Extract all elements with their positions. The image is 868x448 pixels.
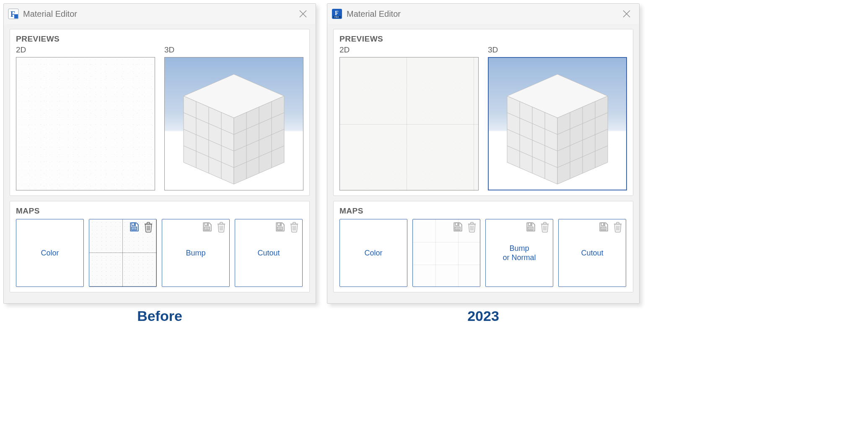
window-title: Material Editor: [347, 9, 618, 19]
previews-heading: PREVIEWS: [16, 34, 303, 44]
trash-icon: [289, 221, 300, 234]
map-slot-label: Color: [361, 248, 386, 258]
close-icon[interactable]: [295, 5, 311, 22]
preview-2d-label: 2D: [16, 45, 155, 55]
trash-icon: [216, 221, 227, 234]
svg-rect-83: [601, 227, 606, 230]
save-icon: [202, 221, 212, 234]
trash-icon: [612, 221, 623, 234]
preview-3d-label: 3D: [488, 45, 627, 55]
preview-3d-viewport: [489, 58, 626, 190]
preview-2d[interactable]: [339, 57, 479, 190]
maps-heading: MAPS: [339, 206, 627, 216]
svg-rect-2: [14, 14, 18, 18]
close-icon[interactable]: [618, 5, 635, 22]
svg-line-41: [293, 226, 293, 231]
comparison-caption: 2023: [327, 308, 640, 324]
map-slot-label: Color: [37, 248, 62, 258]
previews-panel: PREVIEWS 2D 3D: [10, 29, 310, 196]
svg-line-43: [295, 226, 296, 231]
preview-3d[interactable]: [488, 57, 627, 190]
maps-heading: MAPS: [16, 206, 303, 216]
svg-rect-74: [530, 223, 531, 225]
svg-rect-38: [277, 227, 282, 230]
save-icon: [598, 221, 609, 234]
svg-line-80: [546, 226, 547, 231]
svg-rect-81: [601, 223, 605, 226]
trash-icon: [539, 221, 550, 234]
svg-rect-22: [132, 227, 137, 230]
texture-2d-preview: [16, 57, 155, 190]
svg-line-27: [150, 226, 150, 231]
svg-line-72: [473, 226, 474, 231]
texture-2d-preview: [340, 57, 478, 190]
map-slot-2[interactable]: Bumpor Normal: [485, 219, 553, 287]
save-icon: [275, 221, 285, 234]
svg-rect-21: [134, 223, 135, 225]
svg-rect-65: [456, 223, 459, 226]
map-slot-2[interactable]: Bump: [162, 219, 230, 287]
map-slot-1[interactable]: [89, 219, 157, 287]
save-icon: [525, 221, 536, 234]
map-slot-label: Bumpor Normal: [499, 244, 539, 263]
map-slot-0[interactable]: Color: [339, 219, 407, 287]
previews-heading: PREVIEWS: [339, 34, 627, 44]
map-slot-1[interactable]: [412, 219, 480, 287]
svg-line-78: [544, 226, 544, 231]
svg-rect-73: [529, 223, 532, 226]
app-icon: F: [8, 8, 19, 19]
map-slot-label: Cutout: [578, 248, 606, 258]
svg-line-35: [223, 226, 223, 231]
svg-rect-67: [455, 227, 460, 230]
svg-line-70: [471, 226, 471, 231]
preview-2d[interactable]: [16, 57, 155, 190]
map-slot-3[interactable]: Cutout: [558, 219, 626, 287]
preview-3d[interactable]: [164, 57, 303, 190]
comparison-caption: Before: [3, 308, 316, 324]
map-slot-3[interactable]: Cutout: [235, 219, 303, 287]
preview-3d-label: 3D: [164, 45, 303, 55]
svg-rect-37: [280, 223, 280, 225]
window-title: Material Editor: [23, 9, 295, 19]
svg-text:PRO: PRO: [334, 16, 339, 18]
preview-3d-viewport: [165, 57, 303, 190]
svg-text:F: F: [335, 10, 339, 16]
app-icon: F PRO: [332, 8, 342, 19]
svg-rect-28: [205, 223, 209, 226]
svg-rect-29: [207, 223, 207, 225]
trash-icon: [466, 221, 477, 234]
svg-line-88: [619, 226, 619, 231]
titlebar: F Material Editor: [4, 4, 316, 24]
maps-panel: MAPS Color Bumpor Normal: [333, 201, 633, 292]
svg-rect-75: [528, 227, 533, 230]
svg-rect-36: [278, 223, 282, 226]
save-icon[interactable]: [129, 221, 140, 234]
svg-rect-20: [132, 223, 136, 226]
svg-rect-82: [603, 223, 604, 225]
save-icon: [452, 221, 463, 234]
material-editor-dialog-after: F PRO Material Editor PREVIEWS 2D: [327, 3, 640, 304]
map-slot-0[interactable]: Color: [16, 219, 84, 287]
map-slot-label: Bump: [182, 248, 209, 258]
svg-line-25: [147, 226, 148, 231]
svg-line-33: [220, 226, 220, 231]
maps-panel: MAPS Color Bump: [10, 201, 310, 292]
previews-panel: PREVIEWS 2D 3D: [333, 29, 633, 196]
titlebar: F PRO Material Editor: [327, 4, 639, 24]
svg-rect-66: [457, 223, 458, 225]
trash-icon[interactable]: [143, 221, 154, 234]
material-editor-dialog-before: F Material Editor PREVIEWS 2D: [3, 3, 316, 304]
svg-rect-30: [205, 227, 210, 230]
map-slot-label: Cutout: [254, 248, 283, 258]
svg-line-86: [617, 226, 617, 231]
preview-2d-label: 2D: [339, 45, 479, 55]
